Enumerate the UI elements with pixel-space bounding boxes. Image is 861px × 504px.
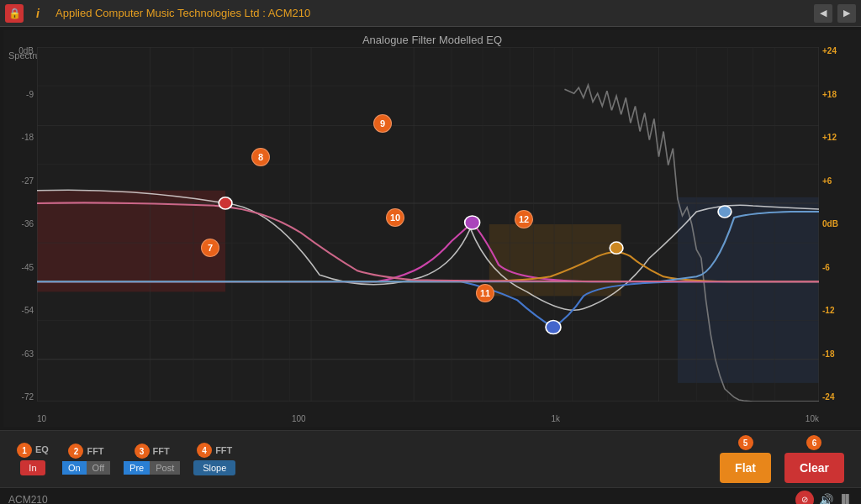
svg-point-38 [610, 242, 623, 254]
band-num-4: 4 [197, 443, 212, 458]
svg-point-37 [546, 321, 561, 334]
status-bar: ACM210 ⊘ 🔊 ▐▌ [0, 487, 861, 504]
fft-label-3: FFT [153, 446, 170, 456]
svg-rect-3 [678, 197, 819, 383]
title-bar: 🔒 i Applied Computer Music Technologies … [0, 0, 861, 27]
band-num-6: 6 [806, 435, 821, 450]
y-label-9: -9 [26, 91, 34, 99]
clear-button[interactable]: Clear [784, 453, 844, 483]
y-label-63: -63 [22, 350, 34, 359]
yr-0: 0dB [822, 220, 838, 228]
fft-pre-button[interactable]: Pre [124, 461, 150, 475]
y-label-36: -36 [22, 220, 34, 228]
eq-area: Analogue Filter Modelled EQ Spectrum 0dB… [3, 30, 861, 427]
lock-button[interactable]: 🔒 [5, 4, 24, 23]
fft-slope-button[interactable]: Slope [193, 460, 235, 475]
y-axis-left: 0dB -9 -18 -27 -36 -45 -54 -63 -72 [3, 47, 37, 402]
fft-on-off-toggle: On Off [62, 461, 110, 475]
control-group-1: 1 EQ In [17, 443, 49, 475]
x-axis: 10 100 1k 10k [37, 414, 819, 423]
svg-point-35 [219, 197, 232, 209]
main-area: Analogue Filter Modelled EQ Spectrum 0dB… [0, 27, 861, 430]
band-num-1: 1 [17, 443, 32, 458]
fft-label-2: FFT [87, 446, 103, 456]
x-label-1k: 1k [551, 414, 560, 423]
bars-icon[interactable]: ▐▌ [838, 494, 853, 505]
eq-label-1: EQ [35, 444, 49, 454]
y-label-27: -27 [22, 177, 34, 186]
yr-n6: -6 [822, 264, 830, 272]
next-arrow[interactable]: ▶ [837, 4, 856, 23]
fft-post-button[interactable]: Post [150, 461, 180, 475]
prev-arrow[interactable]: ◀ [814, 4, 832, 23]
svg-rect-2 [489, 224, 621, 296]
info-button[interactable]: i [29, 4, 47, 23]
yr-n12: -12 [822, 307, 834, 315]
band-12-label[interactable]: 12 [515, 210, 533, 228]
fft-pre-post-toggle: Pre Post [124, 461, 180, 475]
flat-button[interactable]: Flat [720, 453, 771, 483]
control-group-6: 6 Clear [784, 435, 844, 483]
grid-container: 7 8 9 10 11 12 [37, 47, 819, 402]
mute-button[interactable]: ⊘ [795, 491, 814, 505]
svg-point-36 [465, 216, 480, 229]
band-num-5: 5 [738, 435, 753, 450]
y-label-54: -54 [22, 307, 34, 315]
band-8-label[interactable]: 8 [251, 148, 270, 166]
plugin-label: ACM210 [8, 494, 48, 505]
band-11-label[interactable]: 11 [476, 284, 494, 302]
yr-12: +12 [822, 134, 837, 142]
fft-off-button[interactable]: Off [87, 461, 110, 475]
control-group-4: 4 FFT Slope [193, 443, 235, 475]
x-label-10: 10 [37, 414, 46, 423]
band-num-3: 3 [135, 444, 150, 459]
control-group-5: 5 Flat [720, 435, 771, 483]
x-label-10k: 10k [806, 414, 819, 423]
band-10-label[interactable]: 10 [386, 208, 404, 227]
band-num-2: 2 [68, 444, 83, 459]
yr-n18: -18 [822, 350, 834, 359]
bottom-controls: 1 EQ In 2 FFT On Off 3 FFT Pre Post 4 FF… [0, 430, 861, 487]
yr-6: +6 [822, 177, 832, 186]
control-group-3: 3 FFT Pre Post [124, 444, 180, 475]
eq-svg[interactable] [37, 47, 819, 402]
y-label-72: -72 [22, 393, 34, 402]
yr-n24: -24 [822, 393, 834, 402]
y-label-45: -45 [22, 264, 34, 272]
band-9-label[interactable]: 9 [373, 114, 392, 133]
eq-in-button[interactable]: In [20, 460, 45, 475]
fft-on-button[interactable]: On [62, 461, 87, 475]
svg-point-39 [718, 206, 732, 218]
speaker-icon[interactable]: 🔊 [819, 493, 833, 505]
yr-18: +18 [822, 91, 837, 99]
y-label-18: -18 [22, 134, 34, 142]
band-7-label[interactable]: 7 [201, 239, 219, 257]
eq-title: Analogue Filter Modelled EQ [3, 30, 861, 50]
y-axis-right: +24 +18 +12 +6 0dB -6 -12 -18 -24 [819, 47, 861, 402]
status-right: ⊘ 🔊 ▐▌ [795, 491, 853, 505]
x-label-100: 100 [292, 414, 306, 423]
plugin-title: Applied Computer Music Technologies Ltd … [52, 7, 809, 19]
control-group-2: 2 FFT On Off [62, 444, 110, 475]
fft-label-4: FFT [215, 445, 232, 455]
